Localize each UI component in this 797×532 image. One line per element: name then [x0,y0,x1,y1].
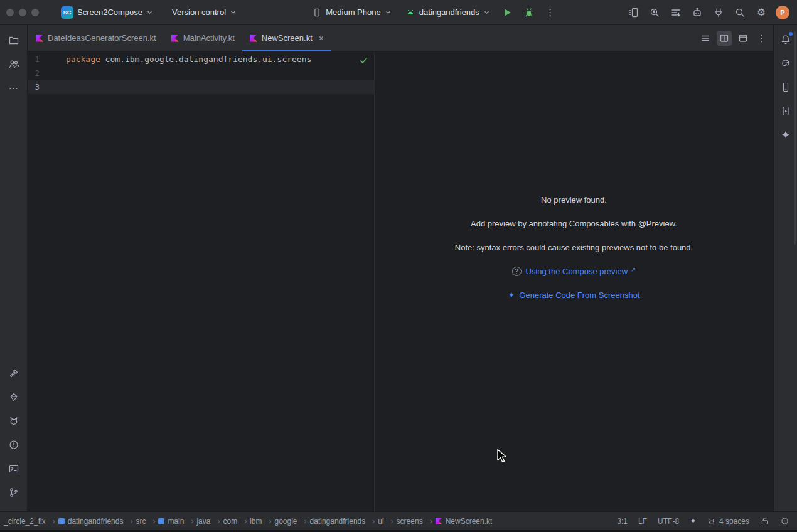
device-manager-icon[interactable] [776,78,795,97]
window-close-button[interactable] [6,9,14,16]
android-icon [707,517,716,526]
terminal-icon[interactable] [4,459,24,479]
breadcrumb: _circle_2_fix datingandfriends src main … [3,516,493,527]
breadcrumb-item[interactable]: src [134,516,157,527]
code-line: package com.ibm.google.datingandfriends.… [66,53,311,66]
tab-newscreen[interactable]: NewScreen.kt × [242,25,331,51]
editor-caret-line[interactable]: 3 [28,80,374,94]
encoding-widget[interactable]: UTF-8 [658,517,679,526]
notification-dot [789,32,793,36]
avatar[interactable]: P [776,6,789,19]
plug-icon[interactable] [710,4,727,21]
indent-label: 4 spaces [719,517,749,526]
run-toolbar: Medium Phone datingandfriends [308,4,559,21]
generate-code-from-screenshot-link[interactable]: ✦ Generate Code From Screenshot [508,290,639,300]
compose-preview-panel: No preview found. Add preview by annotat… [375,52,773,511]
chevron-down-icon [230,9,237,16]
breadcrumb-item[interactable]: screens [395,516,434,527]
docs-link-label: Using the Compose preview [526,267,628,276]
external-link-icon: ↗ [631,266,636,273]
status-bar: _circle_2_fix datingandfriends src main … [0,511,797,530]
close-tab-icon[interactable]: × [319,34,324,43]
tab-dateideasgeneratorscreen[interactable]: DateIdeasGeneratorScreen.kt [28,25,164,51]
android-app-icon [405,8,415,18]
app-quality-insights-icon[interactable] [4,387,24,407]
project-badge: SC [61,6,73,19]
ai-assistant-icon[interactable] [689,4,705,21]
window-minimize-button[interactable] [19,9,26,16]
unlocked-icon[interactable] [760,516,769,526]
more-tool-windows-icon[interactable]: ⋯ [4,78,24,98]
avatar-initial: P [780,9,784,16]
more-actions-icon[interactable]: ⋮ [542,4,559,21]
search-icon[interactable] [732,4,748,21]
project-name: Screen2Compose [77,8,142,17]
kotlin-file-icon [36,35,43,42]
add-preview-hint: Add preview by annotating Composables wi… [471,219,677,228]
device-selector[interactable]: Medium Phone [308,5,395,20]
project-folder-icon[interactable] [4,30,24,50]
version-control-label: Version control [172,8,226,17]
inspections-widget-icon[interactable] [780,516,789,526]
editor-line[interactable]: 1 package com.ibm.google.datingandfriend… [28,53,374,66]
users-icon[interactable] [4,54,24,74]
tab-options-icon[interactable]: ⋮ [754,31,769,46]
chevron-down-icon [146,9,153,16]
kotlin-file-icon [436,518,442,524]
project-selector[interactable]: SC Screen2Compose [56,4,158,21]
notifications-bell-icon[interactable] [776,30,795,49]
running-devices-phone-icon[interactable] [776,102,795,120]
tab-label: DateIdeasGeneratorScreen.kt [48,33,156,43]
breadcrumb-item[interactable]: ibm [249,516,273,527]
compose-preview-docs-link[interactable]: ? Using the Compose preview ↗ [512,267,636,276]
gemini-star-icon[interactable] [776,125,795,144]
package-path: com.ibm.google.datingandfriends.ui.scree… [100,55,312,64]
editor-line[interactable]: 2 [28,66,374,80]
design-view-icon[interactable] [735,31,751,46]
editor-view-toggles: ⋮ [698,25,773,51]
profiler-icon[interactable] [646,4,663,21]
run-configuration-label: datingandfriends [419,8,479,17]
breadcrumb-item[interactable]: ui [377,516,395,527]
line-separator-widget[interactable]: LF [638,517,647,526]
toolbar-right-icons: ⚙ [625,4,769,21]
run-button[interactable] [500,4,516,21]
running-devices-icon[interactable] [625,4,641,21]
gradle-icon[interactable] [776,54,795,73]
code-editor[interactable]: 1 package com.ibm.google.datingandfriend… [28,52,374,511]
breadcrumb-item[interactable]: main [157,516,195,527]
problems-icon[interactable] [4,435,24,455]
tab-mainactivity[interactable]: MainActivity.kt [164,25,242,51]
gemini-status-icon[interactable]: ✦ [690,517,697,525]
version-control-branch-icon[interactable] [4,482,24,503]
breadcrumb-item[interactable]: datingandfriends [309,516,377,527]
editor-tab-bar: DateIdeasGeneratorScreen.kt MainActivity… [28,25,773,51]
window-controls [6,9,39,16]
logcat-icon[interactable] [4,411,24,431]
build-icon[interactable] [4,363,24,383]
version-control-menu[interactable]: Version control [168,5,241,19]
indent-widget[interactable]: 4 spaces [707,517,749,526]
device-selector-label: Medium Phone [326,8,380,17]
split-view-icon[interactable] [717,31,732,46]
scrollbar[interactable] [794,31,796,245]
generate-link-label: Generate Code From Screenshot [519,290,639,300]
left-tool-strip: ⋯ [0,25,28,511]
window-zoom-button[interactable] [31,9,39,16]
run-configuration-selector[interactable]: datingandfriends [401,5,495,20]
keyword: package [66,55,100,64]
window-layout-icon[interactable] [668,4,684,21]
debug-button[interactable] [521,4,537,21]
caret-position-widget[interactable]: 3:1 [617,517,628,526]
status-bar-widgets: 3:1 LF UTF-8 ✦ 4 spaces [617,516,789,526]
breadcrumb-item[interactable]: _circle_2_fix [3,516,57,527]
code-view-icon[interactable] [698,31,713,46]
breadcrumb-item[interactable]: java [195,516,222,527]
chevron-down-icon [483,9,490,16]
inspections-ok-icon[interactable] [360,56,368,65]
settings-gear-icon[interactable]: ⚙ [753,4,769,21]
breadcrumb-item[interactable]: datingandfriends [57,516,135,527]
breadcrumb-item-file[interactable]: NewScreen.kt [434,516,494,527]
breadcrumb-item[interactable]: com [222,516,249,527]
breadcrumb-item[interactable]: google [273,516,308,527]
